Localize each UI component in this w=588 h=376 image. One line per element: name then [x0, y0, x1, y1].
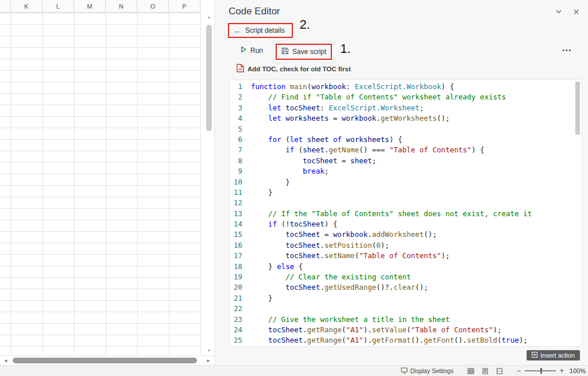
line-content: tocSheet.getRange("A1").setValue("Table …	[251, 325, 502, 335]
annotation-box-step2: ← Script details	[228, 23, 293, 38]
zoom-in-button[interactable]: +	[560, 368, 564, 374]
scroll-down-icon[interactable]: ▼	[207, 348, 211, 354]
code-lines: 1function main(workbook: ExcelScript.Wor…	[230, 82, 582, 347]
annotation-step-1: 1.	[340, 41, 350, 56]
column-header-n[interactable]: N	[106, 0, 137, 12]
pane-title: Code Editor	[229, 6, 280, 17]
code-line-8[interactable]: 8 tocSheet = sheet;	[230, 156, 582, 166]
line-number: 24	[230, 325, 242, 335]
code-line-22[interactable]: 22	[230, 304, 582, 314]
code-line-14[interactable]: 14 if (!tocSheet) {	[230, 219, 582, 229]
run-button[interactable]: Run	[235, 44, 268, 57]
line-number: 2	[230, 92, 242, 102]
line-number: 22	[230, 304, 242, 314]
code-line-4[interactable]: 4 let worksheets = workbook.getWorksheet…	[230, 113, 582, 124]
scroll-right-icon[interactable]: ►	[203, 358, 214, 363]
line-number: 5	[230, 124, 242, 135]
code-line-12[interactable]: 12	[230, 198, 582, 208]
script-details-button[interactable]: ← Script details	[229, 24, 292, 37]
horizontal-scrollbar[interactable]: ◄ ►	[0, 355, 214, 365]
script-title-row: Add TOC, check for old TOC first	[215, 63, 588, 75]
more-options-button[interactable]: •••	[562, 47, 572, 53]
line-content: }	[251, 293, 273, 304]
code-line-5[interactable]: 5	[230, 124, 582, 135]
worksheet-grid[interactable]	[0, 13, 201, 355]
code-line-13[interactable]: 13 // If the "Table of Contents" sheet d…	[230, 209, 582, 219]
code-line-23[interactable]: 23 // Give the worksheet a title in the …	[230, 314, 582, 325]
code-line-25[interactable]: 25 tocSheet.getRange("A1").getFormat().g…	[230, 335, 582, 346]
line-number: 25	[230, 335, 242, 346]
code-editor[interactable]: 1function main(workbook: ExcelScript.Wor…	[230, 79, 582, 347]
page-layout-view-button[interactable]	[482, 368, 489, 374]
code-line-16[interactable]: 16 tocSheet.setPosition(0);	[230, 240, 582, 251]
line-content: function main(workbook: ExcelScript.Work…	[251, 82, 454, 92]
chevron-down-icon[interactable]	[555, 7, 563, 16]
run-icon	[240, 46, 247, 55]
code-line-18[interactable]: 18 } else {	[230, 262, 582, 272]
script-details-row: ← Script details 2.	[215, 23, 588, 40]
line-number: 23	[230, 314, 242, 325]
page-break-view-button[interactable]	[496, 368, 503, 374]
line-content: tocSheet = sheet;	[251, 156, 376, 166]
code-line-6[interactable]: 6 for (let sheet of worksheets) {	[230, 135, 582, 145]
line-number: 17	[230, 251, 242, 261]
column-header-k[interactable]: K	[11, 0, 42, 12]
zoom-percentage[interactable]: 100%	[570, 367, 586, 374]
insert-action-button[interactable]: Insert action	[527, 350, 580, 360]
code-line-17[interactable]: 17 tocSheet.setName("Table of Contents")…	[230, 251, 582, 261]
code-editor-pane: Code Editor ← Script details	[214, 0, 588, 365]
code-line-10[interactable]: 10 }	[230, 177, 582, 187]
code-line-2[interactable]: 2 // Find if "Table of Contents" workshe…	[230, 92, 582, 102]
code-line-3[interactable]: 3 let tocSheet: ExcelScript.Worksheet;	[230, 103, 582, 113]
display-settings-label: Display Settings	[411, 367, 454, 374]
annotation-step-2: 2.	[300, 17, 310, 32]
code-line-11[interactable]: 11 }	[230, 187, 582, 198]
code-line-21[interactable]: 21 }	[230, 293, 582, 304]
code-line-7[interactable]: 7 if (sheet.getName() === "Table of Cont…	[230, 145, 582, 155]
zoom-slider[interactable]	[525, 370, 556, 371]
line-content: for (let sheet of worksheets) {	[251, 135, 402, 145]
vertical-scrollbar-thumb[interactable]	[206, 25, 212, 131]
code-line-15[interactable]: 15 tocSheet = workbook.addWorksheet();	[230, 229, 582, 240]
line-number: 19	[230, 272, 242, 282]
line-number: 7	[230, 145, 242, 155]
editor-toolbar: Run Save script 1. •••	[215, 44, 588, 60]
line-number: 9	[230, 166, 242, 177]
normal-view-button[interactable]	[467, 368, 474, 374]
line-content: tocSheet.setPosition(0);	[251, 240, 389, 251]
code-line-24[interactable]: 24 tocSheet.getRange("A1").setValue("Tab…	[230, 325, 582, 335]
line-number: 13	[230, 209, 242, 219]
line-content: tocSheet.setName("Table of Contents");	[251, 251, 450, 261]
save-script-button[interactable]: Save script	[277, 45, 331, 59]
line-content: }	[251, 177, 290, 187]
run-label: Run	[250, 47, 263, 55]
horizontal-scrollbar-thumb[interactable]	[13, 358, 197, 363]
scroll-left-icon[interactable]: ◄	[0, 358, 11, 363]
close-icon[interactable]	[572, 7, 580, 16]
vertical-scrollbar-track[interactable]	[205, 20, 213, 348]
line-number: 6	[230, 135, 242, 145]
vertical-scrollbar[interactable]: ▲ ▼	[205, 13, 213, 355]
code-line-26[interactable]: 26	[230, 346, 582, 347]
column-header-o[interactable]: O	[137, 0, 169, 12]
code-line-9[interactable]: 9 break;	[230, 166, 582, 177]
code-line-20[interactable]: 20 tocSheet.getUsedRange()?.clear();	[230, 282, 582, 293]
column-header-p[interactable]: P	[169, 0, 200, 12]
line-number: 15	[230, 229, 242, 240]
zoom-slider-thumb[interactable]	[540, 368, 542, 374]
code-line-1[interactable]: 1function main(workbook: ExcelScript.Wor…	[230, 82, 582, 92]
scroll-up-icon[interactable]: ▲	[207, 14, 211, 20]
script-name: Add TOC, check for old TOC first	[247, 66, 351, 72]
line-content: tocSheet.getUsedRange()?.clear();	[251, 282, 428, 293]
display-settings-button[interactable]: Display Settings	[401, 367, 454, 375]
editor-scrollbar-thumb[interactable]	[575, 82, 580, 135]
column-header-l[interactable]: L	[42, 0, 74, 12]
zoom-out-button[interactable]: −	[517, 368, 521, 374]
line-content: let worksheets = workbook.getWorksheets(…	[251, 113, 450, 124]
code-line-19[interactable]: 19 // Clear the existing content	[230, 272, 582, 282]
line-content: }	[251, 187, 273, 198]
line-number: 10	[230, 177, 242, 187]
horizontal-scrollbar-track[interactable]	[11, 356, 203, 365]
editor-scrollbar[interactable]	[575, 82, 580, 344]
column-header-m[interactable]: M	[74, 0, 106, 12]
